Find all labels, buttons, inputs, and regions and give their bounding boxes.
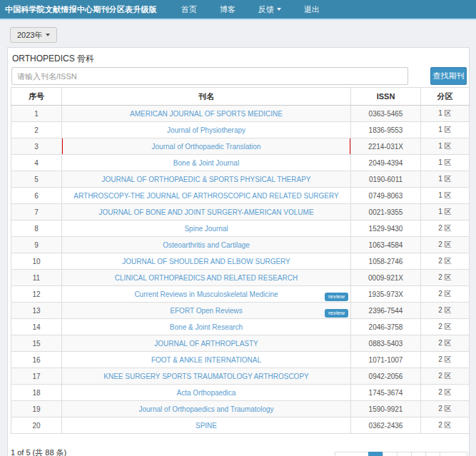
- row-index: 19: [11, 401, 62, 417]
- header-issn: ISSN: [351, 88, 421, 106]
- table-row: 13EFORT Open Reviewsreview2396-75442 区: [11, 303, 470, 319]
- row-index: 3: [11, 138, 62, 155]
- zone-cell: 2 区: [421, 401, 470, 417]
- table-row: 12Current Reviews in Musculoskeletal Med…: [11, 286, 470, 303]
- journal-name-cell: JOURNAL OF ARTHROPLASTY: [62, 335, 351, 352]
- top-navbar: 中国科学院文献情报中心期刊分区表升级版 首页 博客 反馈 退出: [0, 0, 476, 20]
- issn-cell: 2396-7544: [351, 303, 421, 319]
- issn-cell: 2049-4394: [351, 155, 421, 171]
- journal-name-cell: JOURNAL OF SHOULDER AND ELBOW SURGERY: [62, 253, 351, 270]
- page-info-text: 1 of 5 (共 88 条): [11, 447, 66, 456]
- journal-link[interactable]: Journal of Orthopaedic Translation: [152, 143, 261, 151]
- journal-link[interactable]: SPINE: [196, 422, 217, 430]
- journal-name-cell: FOOT & ANKLE INTERNATIONAL: [62, 352, 351, 368]
- nav-links: 首页 博客 反馈 退出: [170, 4, 331, 15]
- row-index: 2: [11, 122, 62, 138]
- journal-link[interactable]: JOURNAL OF BONE AND JOINT SURGERY-AMERIC…: [98, 208, 313, 216]
- table-row: 3Journal of Orthopaedic Translation2214-…: [11, 138, 470, 155]
- table-header-row: 序号 刊名 ISSN 分区: [11, 88, 470, 106]
- nav-item-logout[interactable]: 退出: [304, 4, 320, 15]
- journal-name-cell: Bone & Joint Research: [62, 319, 351, 335]
- journal-link[interactable]: Spine Journal: [184, 225, 228, 233]
- table-row: 2Journal of Physiotherapy1836-95531 区: [11, 122, 470, 138]
- table-row: 16FOOT & ANKLE INTERNATIONAL1071-10072 区: [11, 352, 470, 368]
- journal-link[interactable]: KNEE SURGERY SPORTS TRAUMATOLOGY ARTHROS…: [103, 373, 309, 380]
- zone-cell: 2 区: [421, 368, 470, 385]
- journal-name-cell: AMERICAN JOURNAL OF SPORTS MEDICINE: [62, 106, 351, 122]
- journal-name-cell: CLINICAL ORTHOPAEDICS AND RELATED RESEAR…: [62, 270, 351, 286]
- journal-link[interactable]: Bone & Joint Research: [170, 323, 243, 331]
- zone-cell: 1 区: [421, 171, 470, 188]
- zone-cell: 2 区: [421, 221, 470, 237]
- search-journal-button[interactable]: 查找期刊: [430, 67, 467, 85]
- journal-link[interactable]: ARTHROSCOPY-THE JOURNAL OF ARTHROSCOPIC …: [74, 192, 338, 200]
- journal-name-cell: ARTHROSCOPY-THE JOURNAL OF ARTHROSCOPIC …: [62, 188, 351, 204]
- pagination-page-button[interactable]: 5: [425, 452, 440, 456]
- row-index: 8: [11, 221, 62, 237]
- table-row: 17KNEE SURGERY SPORTS TRAUMATOLOGY ARTHR…: [11, 368, 470, 385]
- journal-link[interactable]: JOURNAL OF SHOULDER AND ELBOW SURGERY: [122, 258, 290, 265]
- row-index: 11: [11, 270, 62, 286]
- row-index: 14: [11, 319, 62, 335]
- journal-link[interactable]: Journal of Physiotherapy: [167, 126, 245, 134]
- search-input[interactable]: [11, 67, 408, 85]
- journal-link[interactable]: Bone & Joint Journal: [173, 159, 239, 167]
- row-index: 7: [11, 204, 62, 221]
- journal-link[interactable]: Acta Orthopaedica: [177, 389, 236, 397]
- issn-cell: 1071-1007: [351, 352, 421, 368]
- nav-item-blog[interactable]: 博客: [220, 4, 236, 15]
- row-index: 10: [11, 253, 62, 270]
- pagination-page-button[interactable]: 2: [383, 452, 397, 456]
- pagination-prev-button[interactable]: 上一页: [335, 452, 369, 456]
- table-row: 20SPINE0362-24362 区: [11, 417, 470, 434]
- chevron-down-icon: [277, 8, 281, 11]
- journal-name-cell: Journal of Physiotherapy: [62, 122, 351, 138]
- issn-cell: 0021-9355: [351, 204, 421, 221]
- pagination-next-button[interactable]: 下一页: [440, 452, 467, 456]
- zone-cell: 2 区: [421, 385, 470, 401]
- year-dropdown-button[interactable]: 2023年: [10, 27, 57, 43]
- journal-name-cell: Journal of Orthopaedic Translation: [62, 138, 351, 155]
- issn-cell: 1058-2746: [351, 253, 421, 270]
- zone-cell: 2 区: [421, 335, 470, 352]
- row-index: 16: [11, 352, 62, 368]
- table-row: 4Bone & Joint Journal2049-43941 区: [11, 155, 470, 171]
- journal-link[interactable]: AMERICAN JOURNAL OF SPORTS MEDICINE: [130, 110, 283, 118]
- journal-name-cell: Journal of Orthopaedics and Traumatology: [62, 401, 351, 417]
- nav-item-home[interactable]: 首页: [181, 4, 197, 15]
- journal-link[interactable]: CLINICAL ORTHOPAEDICS AND RELATED RESEAR…: [115, 274, 298, 282]
- issn-cell: 2214-031X: [351, 138, 421, 155]
- journal-name-cell: Spine Journal: [62, 221, 351, 237]
- journal-link[interactable]: EFORT Open Reviews: [170, 307, 242, 315]
- table-row: 1AMERICAN JOURNAL OF SPORTS MEDICINE0363…: [11, 106, 470, 122]
- table-row: 18Acta Orthopaedica1745-36742 区: [11, 385, 470, 401]
- zone-cell: 2 区: [421, 270, 470, 286]
- journal-link[interactable]: Journal of Orthopaedics and Traumatology: [139, 405, 274, 413]
- pagination-page-button[interactable]: 3: [397, 452, 412, 456]
- journal-link[interactable]: FOOT & ANKLE INTERNATIONAL: [151, 356, 261, 364]
- journal-link[interactable]: JOURNAL OF ORTHOPAEDIC & SPORTS PHYSICAL…: [101, 176, 310, 183]
- chevron-down-icon: [46, 34, 50, 36]
- zone-cell: 1 区: [421, 155, 470, 171]
- journal-link[interactable]: Osteoarthritis and Cartilage: [163, 241, 250, 249]
- journal-link[interactable]: Current Reviews in Musculoskeletal Medic…: [134, 290, 278, 298]
- zone-cell: 2 区: [421, 303, 470, 319]
- table-row: 7JOURNAL OF BONE AND JOINT SURGERY-AMERI…: [11, 204, 470, 221]
- pagination-page-button[interactable]: 4: [411, 452, 426, 456]
- row-index: 5: [11, 171, 62, 188]
- zone-cell: 2 区: [421, 237, 470, 253]
- issn-cell: 0749-8063: [351, 188, 421, 204]
- journal-name-cell: KNEE SURGERY SPORTS TRAUMATOLOGY ARTHROS…: [62, 368, 351, 385]
- zone-cell: 2 区: [421, 352, 470, 368]
- nav-item-feedback[interactable]: 反馈: [258, 4, 281, 15]
- journal-name-cell: JOURNAL OF ORTHOPAEDIC & SPORTS PHYSICAL…: [62, 171, 351, 188]
- pagination-page-button[interactable]: 1: [368, 452, 383, 456]
- zone-cell: 2 区: [421, 319, 470, 335]
- table-row: 9Osteoarthritis and Cartilage1063-45842 …: [11, 237, 470, 253]
- row-index: 12: [11, 286, 62, 303]
- row-index: 20: [11, 417, 62, 434]
- table-row: 10JOURNAL OF SHOULDER AND ELBOW SURGERY1…: [11, 253, 470, 270]
- zone-cell: 2 区: [421, 253, 470, 270]
- issn-cell: 1590-9921: [351, 401, 421, 417]
- journal-link[interactable]: JOURNAL OF ARTHROPLASTY: [154, 340, 258, 348]
